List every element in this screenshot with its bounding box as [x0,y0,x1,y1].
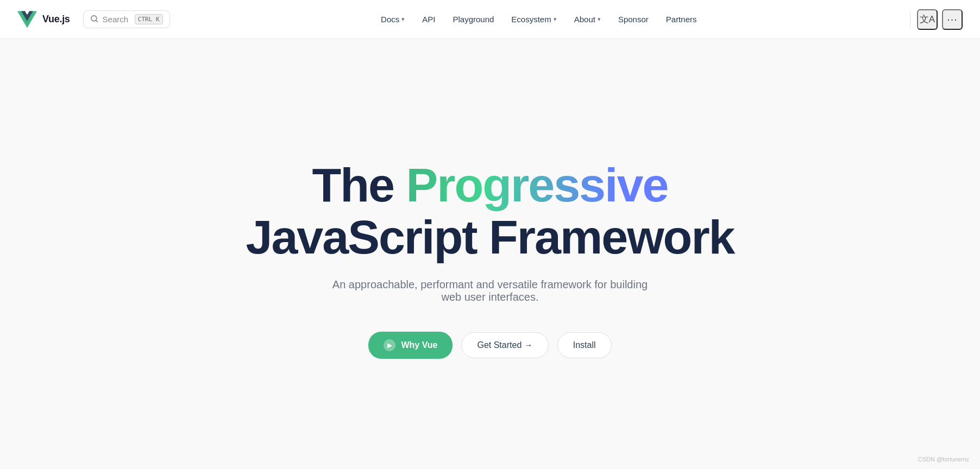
vue-logo-icon [17,11,37,28]
watermark: CSDN @fortunemz [918,456,969,462]
nav-item-api[interactable]: API [414,10,443,28]
hero-title-line2: JavaScript Framework [246,210,734,264]
why-vue-label: Why Vue [401,340,437,350]
hero-title-the: The [312,158,406,212]
more-button[interactable]: ··· [942,9,963,30]
translate-button[interactable]: 文A [917,9,938,30]
nav-label-about: About [574,15,595,24]
get-started-button[interactable]: Get Started → [461,332,548,358]
nav-item-playground[interactable]: Playground [445,10,501,28]
nav-item-sponsor[interactable]: Sponsor [611,10,656,28]
svg-line-1 [96,20,97,22]
nav-label-docs: Docs [381,15,399,24]
more-icon: ··· [947,13,958,26]
navbar-left: Vue.js Search CTRL K [17,10,170,28]
watermark-text: CSDN @fortunemz [918,456,969,462]
search-icon [90,15,98,24]
nav-label-partners: Partners [666,15,697,24]
search-bar[interactable]: Search CTRL K [83,10,170,28]
translate-icon: 文A [920,13,935,26]
nav-label-ecosystem: Ecosystem [511,15,551,24]
hero-section: The Progressive JavaScript Framework An … [0,39,980,469]
chevron-down-icon-about: ▾ [598,16,601,23]
install-button[interactable]: Install [557,332,612,358]
install-label: Install [573,340,596,350]
nav-label-sponsor: Sponsor [618,15,649,24]
logo[interactable]: Vue.js [17,11,70,28]
navbar-right: 文A ··· [908,9,963,30]
play-icon: ▶ [384,339,395,351]
navbar: Vue.js Search CTRL K Docs ▾ API Playgrou… [0,0,980,39]
nav-item-docs[interactable]: Docs ▾ [373,10,412,28]
nav-item-about[interactable]: About ▾ [567,10,608,28]
search-label: Search [103,15,129,24]
chevron-down-icon-ecosystem: ▾ [554,16,557,23]
nav-label-playground: Playground [453,15,494,24]
hero-title-progressive: Progressive [406,158,668,212]
nav-divider [910,12,910,27]
hero-title: The Progressive JavaScript Framework [246,160,734,263]
chevron-down-icon: ▾ [401,16,405,23]
search-shortcut: CTRL K [135,14,163,24]
get-started-label: Get Started → [477,340,532,350]
nav-item-partners[interactable]: Partners [658,10,705,28]
hero-subtitle: An approachable, performant and versatil… [327,278,653,303]
logo-text: Vue.js [42,14,70,25]
nav-item-ecosystem[interactable]: Ecosystem ▾ [504,10,564,28]
navbar-nav: Docs ▾ API Playground Ecosystem ▾ About … [373,10,704,28]
hero-title-line1: The Progressive [246,160,734,210]
nav-label-api: API [422,15,435,24]
hero-buttons: ▶ Why Vue Get Started → Install [368,332,611,359]
why-vue-button[interactable]: ▶ Why Vue [368,332,453,359]
